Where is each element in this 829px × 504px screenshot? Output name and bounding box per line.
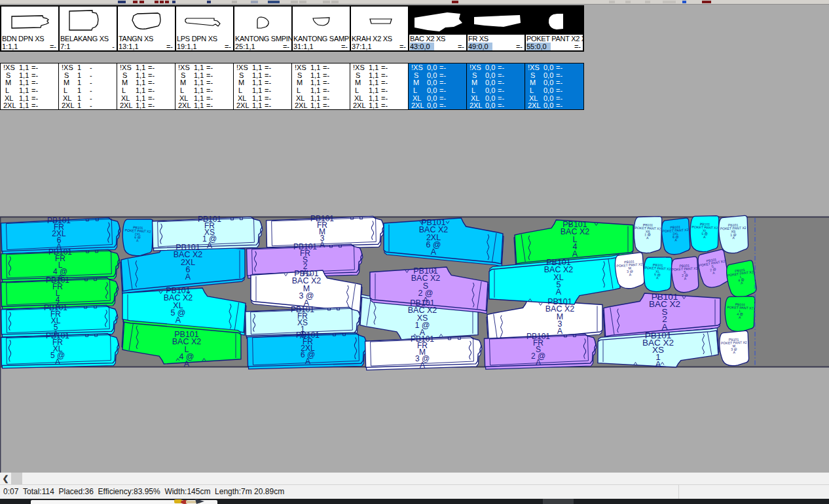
svg-text:A: A — [175, 315, 181, 325]
svg-text:A: A — [305, 357, 310, 366]
svg-text:A: A — [185, 272, 191, 281]
svg-text:A: A — [423, 296, 429, 305]
svg-text:A: A — [536, 358, 541, 367]
svg-text:A: A — [207, 241, 212, 250]
svg-text:A: A — [420, 361, 425, 370]
svg-text:A: A — [572, 249, 578, 259]
svg-text:A: A — [556, 287, 562, 297]
svg-text:A: A — [55, 357, 60, 367]
svg-text:A: A — [320, 240, 325, 249]
svg-text:A: A — [431, 247, 437, 257]
svg-text:A: A — [655, 359, 661, 369]
svg-text:A: A — [184, 359, 190, 369]
svg-text:A: A — [557, 327, 563, 336]
